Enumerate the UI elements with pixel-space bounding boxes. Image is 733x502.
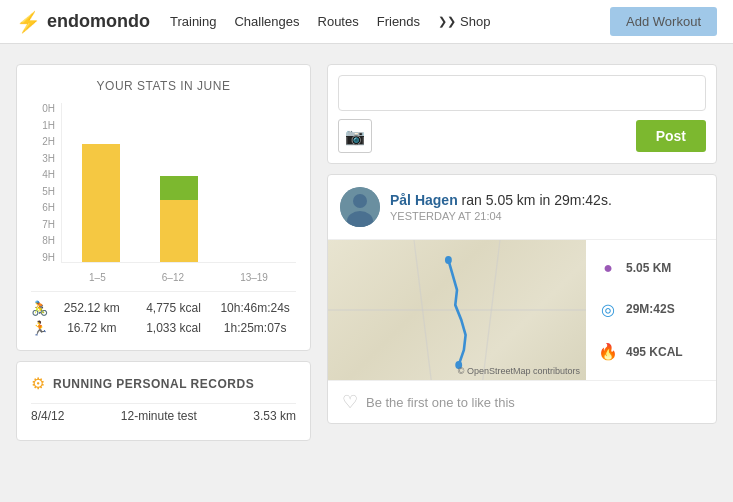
bar-cycling-6-12	[160, 200, 198, 262]
ua-icon: ❯❯	[438, 15, 456, 28]
running-cells: 16.72 km 1,033 kcal 1h:25m:07s	[51, 321, 296, 335]
cycling-cells: 252.12 km 4,775 kcal 10h:46m:24s	[51, 301, 296, 315]
post-actions: 📷 Post	[338, 119, 706, 153]
y-label-0h: 0H	[31, 103, 59, 114]
chart-bars	[61, 103, 296, 263]
logo-text: endomondo	[47, 11, 150, 32]
cycling-stats-row: 🚴 252.12 km 4,775 kcal 10h:46m:24s	[31, 300, 296, 316]
stat-distance-value: 5.05 KM	[626, 261, 671, 275]
bar-group-6-12	[160, 176, 198, 262]
stat-time-value: 29M:42S	[626, 302, 675, 316]
nav-friends[interactable]: Friends	[377, 14, 420, 29]
stat-distance: ● 5.05 KM	[598, 259, 704, 277]
right-panel: 📷 Post Pål Hagen r	[327, 64, 717, 441]
chart-area: 9H 8H 7H 6H 5H 4H 3H 2H 1H 0H	[31, 103, 296, 283]
activity-description: ran 5.05 km in 29m:42s.	[462, 192, 612, 208]
running-kcal: 1,033 kcal	[138, 321, 208, 335]
post-card: 📷 Post	[327, 64, 717, 164]
stat-kcal: 🔥 495 KCAL	[598, 342, 704, 361]
running-icon: 🏃	[31, 320, 51, 336]
stats-title: YOUR STATS IN JUNE	[31, 79, 296, 93]
records-header: ⚙ RUNNING PERSONAL RECORDS	[31, 374, 296, 393]
record-date: 8/4/12	[31, 409, 64, 423]
bar-running-6-12	[160, 176, 198, 200]
activity-desc: Pål Hagen ran 5.05 km in 29m:42s.	[390, 192, 612, 208]
stat-kcal-value: 495 KCAL	[626, 345, 683, 359]
nav-shop[interactable]: Shop	[460, 14, 490, 29]
kcal-icon: 🔥	[598, 342, 618, 361]
activity-info: Pål Hagen ran 5.05 km in 29m:42s. YESTER…	[390, 192, 612, 222]
logo-icon: ⚡	[16, 12, 41, 32]
left-panel: YOUR STATS IN JUNE 9H 8H 7H 6H 5H 4H 3H …	[16, 64, 311, 441]
activity-body: © OpenStreetMap contributors ● 5.05 KM ◎…	[328, 239, 716, 380]
y-label-5h: 5H	[31, 186, 59, 197]
y-label-1h: 1H	[31, 120, 59, 131]
x-label-6-12: 6–12	[162, 272, 184, 283]
y-label-2h: 2H	[31, 136, 59, 147]
camera-icon: 📷	[345, 127, 365, 146]
records-title: RUNNING PERSONAL RECORDS	[53, 377, 254, 391]
running-distance: 16.72 km	[57, 321, 127, 335]
running-time: 1h:25m:07s	[220, 321, 290, 335]
svg-point-1	[353, 194, 367, 208]
camera-button[interactable]: 📷	[338, 119, 372, 153]
map-credit: © OpenStreetMap contributors	[458, 366, 580, 376]
activity-card: Pål Hagen ran 5.05 km in 29m:42s. YESTER…	[327, 174, 717, 424]
activity-stats: ● 5.05 KM ◎ 29M:42S 🔥 495 KCAL	[586, 240, 716, 380]
map-area: © OpenStreetMap contributors	[328, 240, 586, 380]
main-nav: Training Challenges Routes Friends ❯❯ Sh…	[170, 14, 590, 29]
nav-routes[interactable]: Routes	[318, 14, 359, 29]
records-card: ⚙ RUNNING PERSONAL RECORDS 8/4/12 12-min…	[16, 361, 311, 441]
x-label-1-5: 1–5	[89, 272, 106, 283]
cycling-time: 10h:46m:24s	[220, 301, 290, 315]
activity-time: YESTERDAY AT 21:04	[390, 210, 612, 222]
y-label-8h: 8H	[31, 235, 59, 246]
time-icon: ◎	[598, 300, 618, 319]
header: ⚡ endomondo Training Challenges Routes F…	[0, 0, 733, 44]
stats-card: YOUR STATS IN JUNE 9H 8H 7H 6H 5H 4H 3H …	[16, 64, 311, 351]
x-label-13-19: 13–19	[240, 272, 268, 283]
nav-challenges[interactable]: Challenges	[234, 14, 299, 29]
record-value: 3.53 km	[253, 409, 296, 423]
cycling-icon: 🚴	[31, 300, 51, 316]
nav-training[interactable]: Training	[170, 14, 216, 29]
post-button[interactable]: Post	[636, 120, 706, 152]
stat-time: ◎ 29M:42S	[598, 300, 704, 319]
cycling-distance: 252.12 km	[57, 301, 127, 315]
y-label-4h: 4H	[31, 169, 59, 180]
main-content: YOUR STATS IN JUNE 9H 8H 7H 6H 5H 4H 3H …	[0, 44, 733, 461]
svg-point-6	[445, 256, 452, 264]
y-label-7h: 7H	[31, 219, 59, 230]
y-label-6h: 6H	[31, 202, 59, 213]
record-row: 8/4/12 12-minute test 3.53 km	[31, 403, 296, 428]
cycling-kcal: 4,775 kcal	[138, 301, 208, 315]
bar-cycling-1-5	[82, 144, 120, 262]
distance-icon: ●	[598, 259, 618, 277]
y-axis: 9H 8H 7H 6H 5H 4H 3H 2H 1H 0H	[31, 103, 59, 263]
record-label: 12-minute test	[121, 409, 197, 423]
activity-footer: ♡ Be the first one to like this	[328, 380, 716, 423]
gear-icon: ⚙	[31, 374, 45, 393]
logo[interactable]: ⚡ endomondo	[16, 11, 150, 32]
map-route-svg	[328, 240, 586, 380]
bar-group-1-5	[82, 144, 120, 262]
running-stats-row: 🏃 16.72 km 1,033 kcal 1h:25m:07s	[31, 320, 296, 336]
stats-table: 🚴 252.12 km 4,775 kcal 10h:46m:24s 🏃 16.…	[31, 291, 296, 336]
like-icon[interactable]: ♡	[342, 391, 358, 413]
y-label-9h: 9H	[31, 252, 59, 263]
activity-header: Pål Hagen ran 5.05 km in 29m:42s. YESTER…	[328, 175, 716, 239]
avatar	[340, 187, 380, 227]
shop-area: ❯❯ Shop	[438, 14, 490, 29]
x-labels: 1–5 6–12 13–19	[61, 272, 296, 283]
avatar-image	[340, 187, 380, 227]
add-workout-button[interactable]: Add Workout	[610, 7, 717, 36]
post-input[interactable]	[338, 75, 706, 111]
like-text: Be the first one to like this	[366, 395, 515, 410]
y-label-3h: 3H	[31, 153, 59, 164]
activity-user[interactable]: Pål Hagen	[390, 192, 458, 208]
